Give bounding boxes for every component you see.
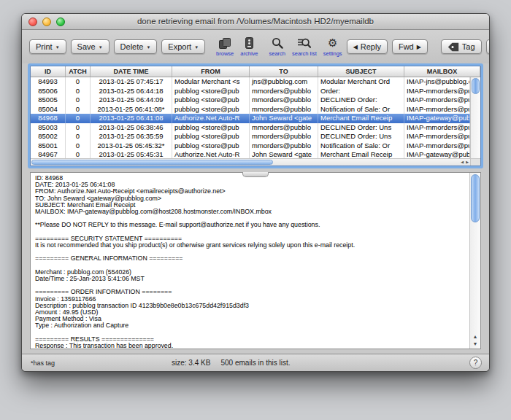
horizontal-scroll-arrows: ◀ ▶ — [461, 159, 469, 166]
settings-tool[interactable]: ⚙ settings — [323, 37, 342, 57]
table-row[interactable]: 85002 0 2013-01-25 06:35:59 pubblog <sto… — [31, 132, 470, 141]
column-header[interactable]: TO — [250, 66, 318, 77]
cell-to: mmorders@pubblo — [250, 123, 318, 133]
table-vertical-scrollbar[interactable] — [470, 77, 480, 158]
scrollbar-thumb[interactable] — [31, 160, 273, 165]
cell-mailbox: IMAP-mmorders@pub — [404, 96, 470, 105]
cell-atch: 0 — [66, 105, 91, 114]
cell-atch: 0 — [66, 132, 91, 141]
search-list-tool[interactable]: search list — [292, 37, 317, 57]
scroll-right-button[interactable]: ▶ — [466, 159, 469, 166]
cell-from: pubblog <store@pub — [172, 87, 250, 96]
cell-to: mmorders@pubblo — [250, 132, 318, 141]
cell-id: 85005 — [31, 96, 66, 105]
cell-mailbox: IMAP-mmorders@pub — [404, 87, 470, 96]
raw-button[interactable]: Raw — [486, 39, 490, 54]
table-row[interactable]: 84968 0 2013-01-25 06:41:08 Authorize.Ne… — [31, 114, 470, 123]
cell-mailbox: IMAP-gateway@pubb — [404, 150, 470, 158]
save-label: Save — [77, 42, 96, 51]
cell-datetime: 2013-01-25 06:41:08* — [91, 105, 172, 114]
search-tool[interactable]: search — [269, 37, 285, 57]
message-detail-pane: ID: 84968 DATE: 2013-01-25 06:41:08 FROM… — [30, 172, 481, 349]
table-row[interactable]: 85006 0 2013-01-25 06:44:18 pubblog <sto… — [31, 87, 470, 96]
cell-from: pubblog <store@pub — [172, 132, 250, 141]
cell-atch: 0 — [66, 96, 91, 105]
toolbar: Print ▼ Save ▼ Delete ▼ Export ▼ browse — [22, 30, 489, 63]
scrollbar-thumb[interactable] — [471, 174, 480, 222]
cell-to: mmorders@pubblo — [250, 87, 318, 96]
column-header[interactable]: SUBJECT — [318, 66, 404, 77]
cell-from: pubblog <store@pub — [172, 105, 250, 114]
table-row[interactable]: 85005 0 2013-01-25 06:44:09 pubblog <sto… — [31, 96, 470, 105]
left-arrow-icon: ◀ — [353, 44, 358, 50]
table-row[interactable]: 84967 0 2013-01-25 05:45:31 Authorize.Ne… — [31, 150, 470, 158]
cell-to: mmorders@pubblo — [250, 105, 318, 114]
cell-to: jns@pubblog.com — [250, 77, 318, 87]
scroll-down-button[interactable]: ▼ — [473, 341, 478, 347]
cell-from: pubblog <store@pub — [172, 96, 250, 105]
column-header[interactable]: FROM — [172, 66, 250, 77]
cell-subject: DECLINED Order: Uns — [318, 123, 404, 133]
table-body: 84993 0 2013-01-25 07:45:17 Modular Merc… — [31, 77, 470, 158]
cell-subject: DECLINED Order: — [318, 96, 404, 105]
tag-label: Tag — [462, 42, 475, 51]
search-icon — [272, 37, 283, 50]
table-horizontal-scrollbar[interactable]: ◀ ▶ — [31, 158, 470, 166]
cell-to: John Seward <gate — [250, 150, 318, 158]
archive-label: archive — [240, 50, 258, 57]
cell-id: 85006 — [31, 87, 66, 96]
cell-mailbox: IMAP-jns@pubblog.c — [404, 77, 470, 87]
archive-tool[interactable]: archive — [240, 37, 258, 57]
cell-subject: Merchant Email Receip — [318, 150, 404, 158]
app-window: done retrieving email from /Volumes/Maci… — [21, 13, 490, 372]
reply-button[interactable]: ◀ Reply — [347, 39, 388, 54]
cell-mailbox: IMAP-gateway@pubb — [404, 114, 470, 123]
print-label: Print — [36, 42, 53, 51]
delete-button[interactable]: Delete ▼ — [114, 39, 158, 54]
scrollbar-thumb[interactable] — [472, 78, 480, 94]
cell-to: mmorders@pubblo — [250, 96, 318, 105]
print-button[interactable]: Print ▼ — [29, 39, 66, 54]
column-header[interactable]: ATCH — [66, 66, 91, 77]
cell-atch: 0 — [66, 87, 91, 96]
tag-button[interactable]: Tag — [441, 39, 482, 54]
scrollbar-corner — [470, 158, 480, 166]
search-label: search — [269, 50, 285, 57]
column-header[interactable]: DATE TIME — [91, 66, 172, 77]
scroll-up-button[interactable]: ▲ — [473, 333, 478, 340]
table-row[interactable]: 85003 0 2013-01-25 06:38:46 pubblog <sto… — [31, 123, 470, 133]
cell-atch: 0 — [66, 123, 91, 133]
email-table: IDATCHDATE TIMEFROMTOSUBJECTMAILBOX 8499… — [30, 66, 481, 166]
cell-id: 84993 — [31, 77, 66, 87]
help-button[interactable]: ? — [469, 357, 482, 369]
close-button[interactable] — [28, 18, 37, 26]
caret-down-icon: ▼ — [55, 45, 60, 50]
cell-id: 85003 — [31, 123, 66, 133]
cell-mailbox: IMAP-mmorders@pub — [404, 141, 470, 151]
browse-tool[interactable]: browse — [216, 37, 234, 57]
column-header[interactable]: MAILBOX — [404, 66, 480, 77]
detail-vertical-scrollbar[interactable]: ▲ ▼ — [469, 173, 480, 349]
table-row[interactable]: 84993 0 2013-01-25 07:45:17 Modular Merc… — [31, 77, 470, 87]
table-row[interactable]: 85001 0 2013-01-25 05:45:32* pubblog <st… — [31, 141, 470, 151]
search-list-icon — [297, 37, 311, 50]
table-row[interactable]: 85004 0 2013-01-25 06:41:08* pubblog <st… — [31, 105, 470, 114]
column-header[interactable]: ID — [31, 66, 66, 77]
scroll-left-button[interactable]: ◀ — [461, 159, 464, 166]
cell-id: 84968 — [31, 114, 66, 123]
save-button[interactable]: Save ▼ — [71, 39, 110, 54]
cell-from: pubblog <store@pub — [172, 123, 250, 133]
window-controls — [28, 18, 65, 26]
titlebar[interactable]: done retrieving email from /Volumes/Maci… — [22, 14, 489, 30]
export-button[interactable]: Export ▼ — [161, 39, 205, 54]
splitter-handle[interactable] — [242, 172, 269, 177]
cell-atch: 0 — [66, 77, 91, 87]
status-bar: *has tag size: 3.4 KB 500 emails in this… — [22, 354, 489, 371]
cell-subject: DECLINED Order: Uns — [318, 132, 404, 141]
minimize-button[interactable] — [42, 18, 51, 26]
cell-to: mmorders@pubblo — [250, 141, 318, 151]
forward-button[interactable]: Fwd ▶ — [392, 39, 428, 54]
search-list-label: search list — [292, 50, 317, 57]
zoom-button[interactable] — [56, 18, 65, 26]
cell-id: 84967 — [31, 150, 66, 158]
